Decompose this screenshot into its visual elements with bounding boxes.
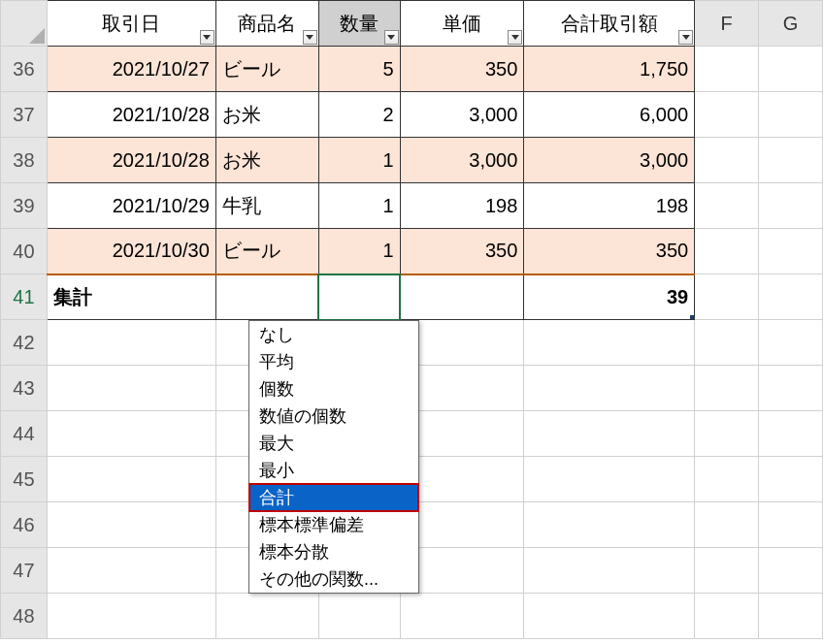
cell-empty[interactable] bbox=[47, 411, 215, 457]
column-G[interactable]: G bbox=[759, 1, 823, 47]
cell-empty[interactable] bbox=[524, 320, 695, 366]
selected-cell[interactable] bbox=[318, 274, 400, 320]
cell-empty[interactable] bbox=[759, 548, 823, 594]
cell-total[interactable]: 350 bbox=[524, 229, 695, 274]
total-empty-cell[interactable] bbox=[400, 274, 524, 320]
cell-empty[interactable] bbox=[695, 274, 759, 320]
row-header[interactable]: 37 bbox=[1, 92, 48, 138]
cell-price[interactable]: 3,000 bbox=[400, 138, 524, 183]
cell-empty[interactable] bbox=[759, 457, 823, 502]
cell-empty[interactable] bbox=[47, 320, 215, 366]
column-F[interactable]: F bbox=[695, 1, 759, 47]
dropdown-item-sum[interactable]: 合計 bbox=[248, 483, 419, 512]
cell-name[interactable]: 牛乳 bbox=[215, 183, 318, 229]
aggregate-dropdown[interactable]: なし 平均 個数 数値の個数 最大 最小 合計 標本標準偏差 標本分散 その他の… bbox=[248, 320, 419, 594]
header-total[interactable]: 合計取引額 bbox=[524, 1, 695, 47]
cell-empty[interactable] bbox=[759, 47, 823, 92]
dropdown-item-var[interactable]: 標本分散 bbox=[249, 538, 418, 565]
dropdown-item-max[interactable]: 最大 bbox=[249, 430, 418, 457]
cell-empty[interactable] bbox=[759, 502, 823, 548]
cell-empty[interactable] bbox=[524, 457, 695, 502]
dropdown-item-none[interactable]: なし bbox=[249, 321, 418, 348]
header-price[interactable]: 単価 bbox=[400, 1, 524, 47]
cell-qty[interactable]: 1 bbox=[318, 183, 400, 229]
cell-empty[interactable] bbox=[524, 594, 695, 639]
cell-empty[interactable] bbox=[47, 366, 215, 411]
cell-price[interactable]: 3,000 bbox=[400, 92, 524, 138]
header-name[interactable]: 商品名 bbox=[215, 1, 318, 47]
cell-name[interactable]: ビール bbox=[215, 47, 318, 92]
cell-empty[interactable] bbox=[695, 138, 759, 183]
cell-empty[interactable] bbox=[759, 138, 823, 183]
cell-date[interactable]: 2021/10/30 bbox=[47, 229, 215, 274]
dropdown-item-min[interactable]: 最小 bbox=[249, 457, 418, 484]
cell-name[interactable]: お米 bbox=[215, 138, 318, 183]
cell-total[interactable]: 6,000 bbox=[524, 92, 695, 138]
cell-empty[interactable] bbox=[759, 92, 823, 138]
total-empty-cell[interactable] bbox=[215, 274, 318, 320]
cell-empty[interactable] bbox=[695, 366, 759, 411]
row-header[interactable]: 48 bbox=[1, 594, 48, 639]
dropdown-item-count[interactable]: 個数 bbox=[249, 375, 418, 402]
row-header[interactable]: 42 bbox=[1, 320, 48, 366]
header-date[interactable]: 取引日 bbox=[47, 1, 215, 47]
total-label-cell[interactable]: 集計 bbox=[47, 274, 215, 320]
row-header[interactable]: 46 bbox=[1, 502, 48, 548]
cell-qty[interactable]: 2 bbox=[318, 92, 400, 138]
row-header[interactable]: 47 bbox=[1, 548, 48, 594]
filter-icon[interactable] bbox=[200, 30, 214, 45]
cell-empty[interactable] bbox=[695, 411, 759, 457]
total-value-cell[interactable]: 39 bbox=[524, 274, 695, 320]
cell-name[interactable]: ビール bbox=[215, 229, 318, 274]
filter-icon[interactable] bbox=[384, 30, 399, 45]
filter-icon[interactable] bbox=[508, 30, 522, 45]
cell-empty[interactable] bbox=[759, 183, 823, 229]
cell-empty[interactable] bbox=[400, 594, 524, 639]
row-header[interactable]: 45 bbox=[1, 457, 48, 502]
cell-empty[interactable] bbox=[695, 320, 759, 366]
cell-price[interactable]: 350 bbox=[400, 47, 524, 92]
cell-qty[interactable]: 5 bbox=[318, 47, 400, 92]
cell-empty[interactable] bbox=[695, 183, 759, 229]
cell-empty[interactable] bbox=[524, 548, 695, 594]
cell-price[interactable]: 350 bbox=[400, 229, 524, 274]
cell-empty[interactable] bbox=[695, 92, 759, 138]
cell-name[interactable]: お米 bbox=[215, 92, 318, 138]
filter-icon[interactable] bbox=[678, 30, 693, 45]
cell-qty[interactable]: 1 bbox=[318, 138, 400, 183]
cell-empty[interactable] bbox=[524, 366, 695, 411]
row-header[interactable]: 38 bbox=[1, 138, 48, 183]
row-header[interactable]: 36 bbox=[1, 47, 48, 92]
cell-empty[interactable] bbox=[318, 594, 400, 639]
cell-total[interactable]: 3,000 bbox=[524, 138, 695, 183]
cell-empty[interactable] bbox=[759, 411, 823, 457]
cell-date[interactable]: 2021/10/29 bbox=[47, 183, 215, 229]
cell-empty[interactable] bbox=[695, 457, 759, 502]
cell-empty[interactable] bbox=[695, 594, 759, 639]
cell-empty[interactable] bbox=[759, 229, 823, 274]
row-header[interactable]: 41 bbox=[1, 274, 48, 320]
cell-empty[interactable] bbox=[695, 502, 759, 548]
dropdown-item-more[interactable]: その他の関数... bbox=[249, 565, 418, 593]
cell-empty[interactable] bbox=[695, 47, 759, 92]
cell-empty[interactable] bbox=[759, 274, 823, 320]
dropdown-item-stdev[interactable]: 標本標準偏差 bbox=[249, 511, 418, 538]
cell-empty[interactable] bbox=[47, 502, 215, 548]
cell-total[interactable]: 198 bbox=[524, 183, 695, 229]
cell-empty[interactable] bbox=[759, 366, 823, 411]
cell-total[interactable]: 1,750 bbox=[524, 47, 695, 92]
cell-empty[interactable] bbox=[695, 229, 759, 274]
cell-date[interactable]: 2021/10/28 bbox=[47, 92, 215, 138]
cell-empty[interactable] bbox=[695, 548, 759, 594]
cell-empty[interactable] bbox=[47, 548, 215, 594]
row-header[interactable]: 44 bbox=[1, 411, 48, 457]
cell-empty[interactable] bbox=[47, 457, 215, 502]
cell-empty[interactable] bbox=[759, 594, 823, 639]
cell-empty[interactable] bbox=[524, 411, 695, 457]
row-header[interactable]: 39 bbox=[1, 183, 48, 229]
filter-icon[interactable] bbox=[303, 30, 317, 45]
select-all-corner[interactable] bbox=[1, 1, 48, 47]
header-qty[interactable]: 数量 bbox=[318, 1, 400, 47]
row-header[interactable]: 40 bbox=[1, 229, 48, 274]
cell-empty[interactable] bbox=[47, 594, 215, 639]
